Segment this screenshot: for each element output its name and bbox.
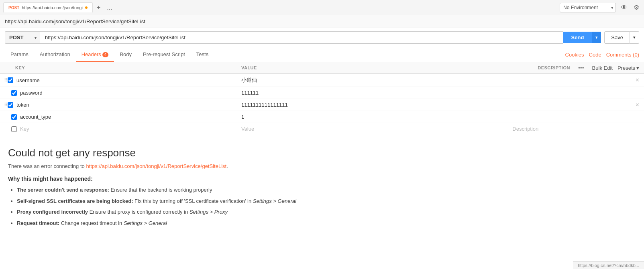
row-checkbox[interactable] bbox=[8, 77, 13, 83]
value-cell: 1 bbox=[237, 111, 508, 123]
reason1-text: Ensure that the backend is working prope… bbox=[111, 187, 212, 193]
value-cell: 小道仙 bbox=[237, 74, 508, 87]
reason4-text: Change request timeout in bbox=[61, 220, 124, 226]
new-desc-placeholder: Description bbox=[512, 126, 538, 132]
env-section: No Environment 👁 ⚙ bbox=[560, 2, 641, 13]
delete-row-button[interactable]: × bbox=[634, 101, 641, 109]
table-row: password 111111 bbox=[0, 87, 644, 99]
gear-icon: ⚙ bbox=[634, 4, 639, 11]
cookies-link[interactable]: Cookies bbox=[565, 52, 584, 58]
response-title: Could not get any response bbox=[8, 147, 636, 159]
send-button[interactable]: Send bbox=[563, 32, 592, 43]
table-row: account_type 1 bbox=[0, 111, 644, 123]
delete-row-button[interactable]: × bbox=[634, 77, 641, 84]
list-item: Proxy configured incorrectly Ensure that… bbox=[17, 208, 636, 216]
value-column-header: VALUE bbox=[237, 62, 508, 74]
table-header-row: KEY VALUE DESCRIPTION ••• Bulk Edit Pres… bbox=[0, 62, 644, 74]
list-item: Self-signed SSL certificates are being b… bbox=[17, 197, 636, 205]
tab-unsaved-dot bbox=[85, 6, 88, 9]
method-select[interactable]: POST GET PUT DELETE bbox=[5, 31, 40, 44]
full-url-display: https://api.baidu.com/json/tongji/v1/Rep… bbox=[5, 18, 145, 24]
new-key-placeholder: Key bbox=[20, 126, 29, 132]
reason3-text: Ensure that proxy is configured correctl… bbox=[90, 209, 190, 215]
drag-handle[interactable]: ⠿ bbox=[4, 102, 8, 108]
response-section: Could not get any response There was an … bbox=[0, 137, 644, 235]
reason2-text: Fix this by turning off 'SSL certificate… bbox=[135, 198, 253, 204]
method-select-wrapper: POST GET PUT DELETE bbox=[5, 31, 40, 44]
tab-url: https://api.baidu.com/json/tongi bbox=[22, 5, 83, 10]
code-link[interactable]: Code bbox=[589, 52, 601, 58]
response-reasons-list: The server couldn't send a response: Ens… bbox=[8, 186, 636, 227]
desc-column-header: DESCRIPTION ••• Bulk Edit Presets ▾ bbox=[508, 62, 644, 74]
bulk-edit-button[interactable]: Bulk Edit bbox=[592, 65, 613, 71]
row-checkbox[interactable] bbox=[11, 114, 17, 120]
key-value: password bbox=[20, 90, 43, 96]
comments-link[interactable]: Comments (0) bbox=[606, 52, 639, 58]
table-row: ⠿ token 1111111111111111× bbox=[0, 99, 644, 111]
tab-tests[interactable]: Tests bbox=[191, 47, 214, 62]
reason2-settings: Settings > General bbox=[253, 198, 296, 204]
tab-headers[interactable]: Headers4 bbox=[76, 47, 114, 62]
reason4-bold: Request timeout: bbox=[17, 220, 59, 226]
response-why-title: Why this might have happened: bbox=[8, 176, 636, 182]
url-input[interactable] bbox=[40, 31, 563, 44]
description-cell bbox=[508, 111, 644, 123]
add-tab-button[interactable]: + bbox=[94, 2, 104, 13]
save-btn-group: Save ▾ bbox=[604, 31, 639, 44]
row-checkbox[interactable] bbox=[11, 90, 17, 96]
reason3-bold: Proxy configured incorrectly bbox=[17, 209, 88, 215]
list-item: Request timeout: Change request timeout … bbox=[17, 219, 636, 227]
tab-authorization[interactable]: Authorization bbox=[34, 47, 76, 62]
save-dropdown-button[interactable]: ▾ bbox=[630, 31, 639, 44]
top-bar: POST https://api.baidu.com/json/tongi + … bbox=[0, 0, 644, 15]
tab-params[interactable]: Params bbox=[5, 47, 34, 62]
reason2-bold: Self-signed SSL certificates are being b… bbox=[17, 198, 133, 204]
response-subtitle-after: . bbox=[226, 163, 228, 169]
url-display-bar: https://api.baidu.com/json/tongji/v1/Rep… bbox=[0, 15, 644, 28]
tab-method-badge: POST bbox=[8, 6, 19, 10]
value-cell: 1111111111111111 bbox=[237, 99, 508, 111]
headers-table: KEY VALUE DESCRIPTION ••• Bulk Edit Pres… bbox=[0, 62, 644, 135]
settings-icon-button[interactable]: ⚙ bbox=[632, 2, 641, 13]
reason3-settings: Settings > Proxy bbox=[190, 209, 228, 215]
table-row-new: Key Value Description bbox=[0, 123, 644, 135]
table-row: ⠿ username 小道仙× bbox=[0, 74, 644, 87]
table-more-button[interactable]: ••• bbox=[575, 65, 587, 71]
request-bar: POST GET PUT DELETE Send ▾ Save ▾ bbox=[0, 28, 644, 47]
new-row-checkbox[interactable] bbox=[11, 126, 17, 132]
headers-section: KEY VALUE DESCRIPTION ••• Bulk Edit Pres… bbox=[0, 62, 644, 135]
description-cell: × bbox=[508, 99, 644, 111]
response-url-link[interactable]: https://api.baidu.com/json/tongji/v1/Rep… bbox=[86, 163, 226, 169]
description-cell bbox=[508, 87, 644, 99]
environment-select[interactable]: No Environment bbox=[560, 3, 616, 12]
tabs-right-actions: Cookies Code Comments (0) bbox=[565, 52, 639, 58]
response-subtitle: There was an error connecting to https:/… bbox=[8, 163, 636, 169]
key-value: account_type bbox=[20, 114, 51, 120]
key-value: username bbox=[16, 77, 40, 83]
drag-handle[interactable]: ⠿ bbox=[4, 77, 8, 83]
row-checkbox[interactable] bbox=[8, 102, 13, 108]
key-value: token bbox=[16, 102, 29, 108]
eye-icon: 👁 bbox=[621, 4, 627, 11]
save-button[interactable]: Save bbox=[604, 31, 630, 44]
browser-tab[interactable]: POST https://api.baidu.com/json/tongi bbox=[3, 2, 93, 12]
send-btn-group: Send ▾ bbox=[563, 32, 601, 43]
key-column-header: KEY bbox=[0, 62, 237, 74]
reason1-bold: The server couldn't send a response: bbox=[17, 187, 109, 193]
new-value-placeholder: Value bbox=[241, 126, 254, 132]
eye-icon-button[interactable]: 👁 bbox=[619, 2, 629, 13]
headers-badge: 4 bbox=[102, 52, 109, 57]
reason4-settings: Settings > General bbox=[124, 220, 167, 226]
response-subtitle-before: There was an error connecting to bbox=[8, 163, 86, 169]
tab-prerequest[interactable]: Pre-request Script bbox=[137, 47, 191, 62]
send-dropdown-button[interactable]: ▾ bbox=[592, 32, 601, 43]
more-tabs-button[interactable]: ... bbox=[104, 2, 115, 13]
presets-button[interactable]: Presets ▾ bbox=[618, 65, 639, 71]
tab-body[interactable]: Body bbox=[114, 47, 137, 62]
list-item: The server couldn't send a response: Ens… bbox=[17, 186, 636, 194]
tabs-row: Params Authorization Headers4 Body Pre-r… bbox=[0, 47, 644, 62]
environment-wrapper: No Environment bbox=[560, 3, 616, 12]
description-cell: × bbox=[508, 74, 644, 87]
value-cell: 111111 bbox=[237, 87, 508, 99]
